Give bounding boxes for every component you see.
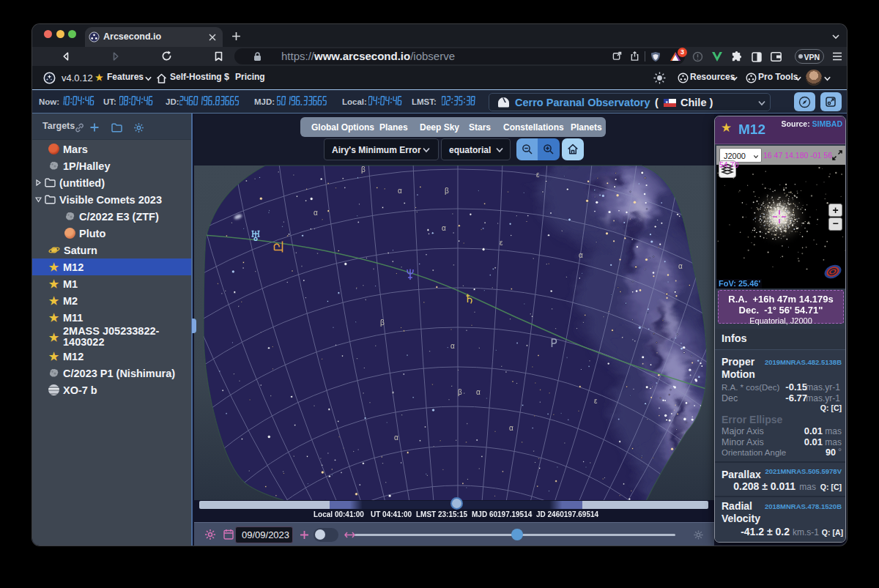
svg-text:α: α bbox=[442, 224, 446, 232]
svg-text:β: β bbox=[445, 187, 449, 195]
svg-text:α: α bbox=[394, 433, 398, 442]
svg-text:ε: ε bbox=[594, 397, 598, 405]
svg-text:ε: ε bbox=[536, 171, 540, 179]
svg-text:α: α bbox=[450, 342, 455, 350]
svg-text:β: β bbox=[361, 165, 366, 174]
svg-text:α: α bbox=[678, 262, 683, 270]
svg-text:α: α bbox=[476, 388, 481, 396]
svg-text:ε: ε bbox=[500, 239, 503, 247]
svg-text:α: α bbox=[579, 251, 583, 259]
svg-text:α: α bbox=[509, 424, 513, 432]
svg-text:β: β bbox=[380, 319, 385, 327]
svg-text:α: α bbox=[314, 209, 318, 217]
svg-text:β: β bbox=[458, 388, 462, 396]
svg-text:α: α bbox=[398, 187, 402, 195]
